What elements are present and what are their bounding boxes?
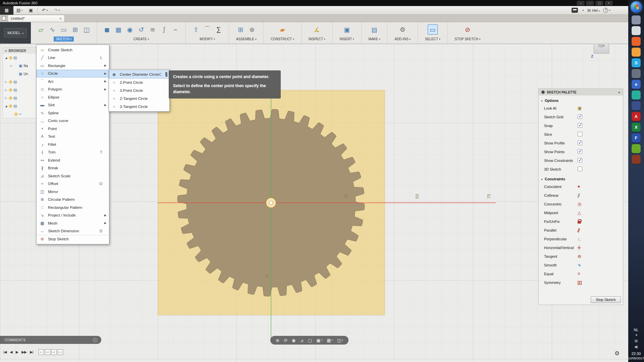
tray-icon[interactable]: ◂ (635, 333, 637, 337)
nav-tool-icon[interactable]: ▦▾ (327, 338, 333, 343)
constraint-icon[interactable] (578, 221, 581, 224)
constraint-icon[interactable]: ⌖ (578, 184, 580, 189)
option-checkbox[interactable] (578, 158, 582, 163)
palette-header[interactable]: SKETCH PALETTE » (539, 89, 623, 96)
collapse-icon[interactable]: « (5, 49, 7, 53)
visibility-bulb-icon[interactable] (9, 97, 12, 100)
dock-app-icon[interactable] (632, 144, 641, 153)
constraints-section-header[interactable]: Constraints (539, 174, 623, 183)
option-checkbox[interactable] (578, 140, 582, 145)
menu-item[interactable]: A Text (37, 133, 109, 141)
menu-item[interactable]: ▱ Create Sketch (37, 46, 109, 54)
menu-item[interactable]: ⊿ Sketch Scale (37, 172, 109, 180)
ribbon-tool-icon[interactable]: ↺ (136, 24, 146, 35)
ribbon-tool-icon[interactable]: ▣ (342, 24, 352, 35)
dock-app-icon[interactable]: e (632, 80, 641, 89)
nav-tool-icon[interactable]: ⊕▾ (276, 338, 279, 343)
menu-item[interactable]: ○ Ellipse (37, 93, 109, 101)
workspace-selector[interactable]: MODEL (4, 28, 27, 38)
clock-date[interactable]: 12/05/2017 (628, 356, 644, 360)
window-button[interactable]: – (586, 1, 594, 5)
menu-item[interactable]: ▬ Slot (37, 101, 109, 109)
ribbon-group-label-modify[interactable]: MODIFY (198, 37, 217, 42)
redo-button[interactable]: ↷▾ (51, 6, 63, 15)
ribbon-group-label-construct[interactable]: CONSTRUCT (269, 37, 296, 42)
ribbon-tool-icon[interactable]: ≋ (148, 24, 158, 35)
expand-panel-icon[interactable]: » (618, 90, 620, 94)
menu-item[interactable]: ∿ Spline (37, 109, 109, 117)
menu-item[interactable]: ↔ Sketch Dimension D (37, 227, 109, 235)
dock-app-icon[interactable] (632, 37, 641, 46)
tray-icon[interactable]: ◀) (634, 345, 638, 349)
constraint-icon[interactable]: ⊙ (578, 254, 581, 259)
ribbon-tool-icon[interactable]: ⇧ (191, 24, 201, 35)
visibility-bulb-icon[interactable] (9, 80, 12, 83)
ribbon-tool-icon[interactable]: ▦ (113, 24, 123, 35)
expand-arrow-icon[interactable]: ▷ (4, 88, 8, 92)
ribbon-tool-icon[interactable]: ⚙ (397, 24, 408, 35)
tray-icon[interactable]: ▤ (635, 339, 638, 343)
timeline-feature-icon[interactable]: ▱ (45, 349, 50, 355)
constraint-icon[interactable]: ∥ (577, 192, 581, 198)
ribbon-tool-icon[interactable]: ⌢ (170, 24, 180, 35)
app-grid-icon[interactable]: ▦ (0, 6, 13, 15)
menu-item[interactable]: ⊘ Stop Sketch (37, 235, 109, 243)
nav-tool-icon[interactable]: ◉▾ (292, 338, 296, 343)
timeline-playback-button[interactable]: ▶| (30, 350, 33, 354)
menu-item[interactable]: ∷ Rectangular Pattern (37, 203, 109, 212)
ribbon-tool-icon[interactable]: ▰ (277, 24, 287, 35)
constraint-row[interactable]: Perpendicular ∟ (539, 235, 623, 244)
ribbon-tool-icon[interactable]: ▭ (59, 24, 69, 35)
menu-item[interactable]: ╭ Fillet (37, 140, 109, 148)
nav-tool-icon[interactable]: ▣▾ (316, 338, 322, 343)
ribbon-tool-icon[interactable]: ∫ (159, 24, 169, 35)
visibility-bulb-icon[interactable] (9, 105, 12, 108)
ribbon-tool-icon[interactable]: ⊕ (247, 24, 257, 35)
ribbon-tool-icon[interactable]: ∿ (47, 24, 57, 35)
dock-app-icon[interactable] (632, 69, 641, 78)
ribbon-group-label-addins[interactable]: ADD-INS (392, 37, 413, 42)
menu-item[interactable]: ◡ Conic curve (37, 117, 109, 125)
ribbon-group-label-select[interactable]: SELECT (423, 37, 442, 42)
timeline-feature-icon[interactable]: ▱ (39, 349, 44, 355)
options-section-header[interactable]: Options (539, 96, 623, 104)
constraint-icon[interactable]: ∿ (578, 262, 581, 267)
submenu-item[interactable]: ○ 2-Point Circle ╱ (109, 78, 169, 86)
timeline-playback-button[interactable]: ◀ (10, 350, 12, 354)
comments-bar[interactable]: COMMENTS (0, 336, 101, 344)
constraint-icon[interactable]: △ (578, 210, 581, 215)
constraint-row[interactable]: Symmetry [|] (539, 279, 623, 287)
menu-item[interactable]: ⌒ Arc (37, 77, 109, 85)
timeline-feature-icon[interactable]: ▱ (51, 349, 57, 355)
constraint-row[interactable]: Parallel ∥ (539, 226, 623, 235)
window-button[interactable]: ⇔ (577, 1, 584, 5)
expand-arrow-icon[interactable]: ◢ (4, 56, 8, 59)
document-tab[interactable]: Untitled* × (8, 15, 65, 22)
dock-app-icon[interactable] (632, 26, 641, 35)
menu-item[interactable]: ↦ Extend (37, 156, 109, 164)
menu-item[interactable]: ↘ Project / Include (37, 212, 109, 220)
constraint-icon[interactable]: ∟ (578, 236, 582, 241)
constraint-row[interactable]: Equal = (539, 270, 623, 279)
add-comment-icon[interactable] (93, 338, 97, 342)
menu-item[interactable]: + Point (37, 125, 109, 133)
ribbon-tool-icon[interactable]: ∡ (312, 24, 322, 35)
ribbon-group-label-insert[interactable]: INSERT (338, 37, 356, 42)
ribbon-tool-icon[interactable]: ◉ (125, 24, 135, 35)
timeline-playback-button[interactable]: |◀ (3, 350, 6, 354)
constraint-row[interactable]: Midpoint △ (539, 209, 623, 218)
ribbon-tool-icon[interactable]: ▱ (36, 24, 46, 35)
start-orb-icon[interactable] (631, 1, 642, 13)
nav-tool-icon[interactable]: ⊿▾ (300, 338, 304, 343)
timeline-playback-button[interactable]: ▶ (16, 350, 18, 354)
menu-item[interactable]: ▭ Rectangle (37, 62, 109, 70)
expand-arrow-icon[interactable]: ▷ (4, 97, 8, 100)
file-menu-button[interactable]: ▤▾ (13, 6, 26, 15)
menu-item[interactable]: ∦ Break (37, 164, 109, 172)
ribbon-tool-icon[interactable]: ▤ (369, 24, 379, 35)
constraint-row[interactable]: Concentric ◎ (539, 200, 623, 209)
submenu-item[interactable]: ◉ Center Diameter Circle C ╱ (109, 70, 169, 78)
option-checkbox[interactable] (578, 167, 582, 171)
menu-item[interactable]: ◫ Mirror (37, 188, 109, 196)
clock-time[interactable]: 22:30 (632, 352, 641, 356)
